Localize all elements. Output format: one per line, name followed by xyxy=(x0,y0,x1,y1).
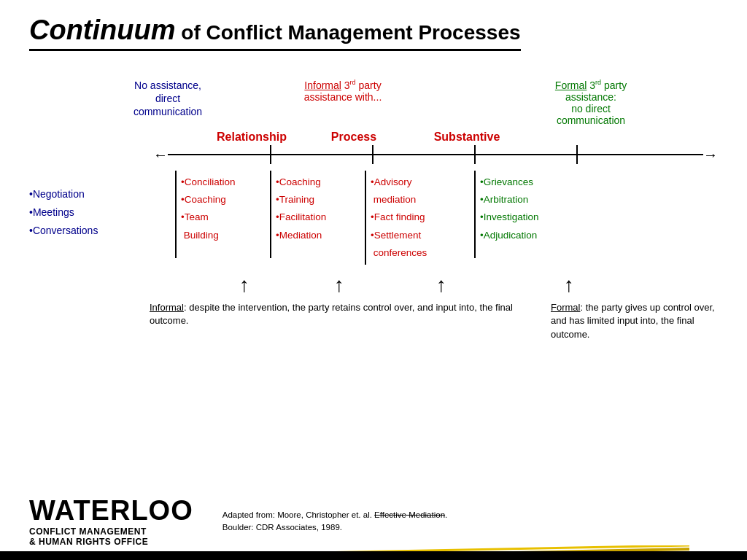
label-informal: Informal 3rd partyassistance with... xyxy=(263,79,423,126)
footer-citation: Adapted from: Moore, Christopher et. al.… xyxy=(222,509,448,534)
col-process: •Coaching •Training •Facilitation •Media… xyxy=(270,171,365,258)
tick3 xyxy=(474,145,476,164)
footer-line2: & HUMAN RIGHTS OFFICE xyxy=(29,537,193,547)
footer-logo: WATERLOO CONFLICT MANAGEMENT & HUMAN RIG… xyxy=(0,491,208,560)
tick4 xyxy=(576,145,578,164)
horizontal-line xyxy=(168,154,703,155)
item-advisory-mediation: •Advisory mediation xyxy=(371,174,470,209)
arrow-group-4: ↑ xyxy=(496,275,642,298)
footer-logo-area: WATERLOO CONFLICT MANAGEMENT & HUMAN RIG… xyxy=(0,491,208,560)
formal-description: Formal: the party gives up control over,… xyxy=(551,301,718,341)
up-arrow-4: ↑ xyxy=(564,275,574,295)
item-arbitration: •Arbitration xyxy=(480,191,616,209)
item-mediation: •Mediation xyxy=(276,227,360,244)
item-facilitation: •Facilitation xyxy=(276,209,360,226)
item-training: •Training xyxy=(276,191,360,209)
sub-label-process: Process xyxy=(306,131,401,144)
footer: WATERLOO CONFLICT MANAGEMENT & HUMAN RIG… xyxy=(0,491,747,560)
informal-description: Informal: despite the intervention, the … xyxy=(150,301,543,341)
up-arrow-2: ↑ xyxy=(334,275,344,295)
waterloo-logo: WATERLOO xyxy=(29,495,193,526)
arrow-group-2: ↑ xyxy=(292,275,387,298)
bottom-arrows-row: ↑ ↑ ↑ ↑ xyxy=(29,275,718,298)
item-settlement: •Settlement conferences xyxy=(371,227,470,262)
formal-text-label: Formal xyxy=(551,302,580,313)
col-formal: •Grievances •Arbitration •Investigation … xyxy=(474,171,620,258)
informal-text-label: Informal xyxy=(150,302,184,313)
item-investigation: •Investigation xyxy=(480,209,616,226)
item-fact-finding: •Fact finding xyxy=(371,209,470,226)
title-line: Continuum of Conflict Management Process… xyxy=(29,15,718,64)
footer-line1: CONFLICT MANAGEMENT xyxy=(29,526,193,537)
arrow-line: ← → xyxy=(153,147,718,163)
arrow-row: ← → xyxy=(29,147,718,163)
title-rest: of Conflict Management Processes xyxy=(176,21,521,44)
arrow-left-icon: ← xyxy=(153,147,168,163)
item-coaching-p: •Coaching xyxy=(276,174,360,191)
item-negotiation: •Negotiation xyxy=(29,185,175,203)
item-adjudication: •Adjudication xyxy=(480,227,616,244)
formal-label: Formal xyxy=(555,79,587,91)
up-arrow-3: ↑ xyxy=(436,275,446,295)
footer-right: Adapted from: Moore, Christopher et. al.… xyxy=(208,502,747,560)
item-grievances: •Grievances xyxy=(480,174,616,191)
up-arrow-1: ↑ xyxy=(239,275,249,295)
footer-black-bar-right xyxy=(208,551,747,560)
arrow-group-3: ↑ xyxy=(387,275,496,298)
item-meetings: •Meetings xyxy=(29,203,175,222)
main-container: Continuum of Conflict Management Process… xyxy=(0,0,747,349)
label-formal: Formal 3rd partyassistance:no directcomm… xyxy=(518,79,664,126)
item-conciliation: •Conciliation xyxy=(181,174,266,191)
top-labels: No assistance,directcommunication Inform… xyxy=(29,79,718,126)
citation-strikethrough: Effective Mediation xyxy=(374,510,445,519)
informal-label: Informal xyxy=(304,79,341,91)
footer-citation-area: Adapted from: Moore, Christopher et. al.… xyxy=(208,502,747,547)
item-coaching-r: •Coaching xyxy=(181,191,266,209)
label-no-assistance: No assistance,directcommunication xyxy=(117,79,219,126)
sub-labels: Relationship Process Substantive xyxy=(29,131,718,144)
item-conversations: •Conversations xyxy=(29,222,175,240)
content-row: •Negotiation •Meetings •Conversations •C… xyxy=(29,171,718,265)
sub-label-substantive: Substantive xyxy=(416,131,518,144)
bottom-text-row: Informal: despite the intervention, the … xyxy=(29,301,718,341)
title-continuum: Continuum xyxy=(29,15,176,45)
arrow-right-icon: → xyxy=(703,147,718,163)
col-left: •Negotiation •Meetings •Conversations xyxy=(29,171,175,241)
arrow-group-1: ↑ xyxy=(197,275,292,298)
item-team-building: •Team Building xyxy=(181,209,266,244)
title-area: Continuum of Conflict Management Process… xyxy=(29,15,521,51)
black-bar xyxy=(0,551,255,560)
col-relationship: •Conciliation •Coaching •Team Building xyxy=(175,171,270,258)
col-substantive: •Advisory mediation •Fact finding •Settl… xyxy=(365,171,474,265)
sub-label-relationship: Relationship xyxy=(204,131,299,144)
